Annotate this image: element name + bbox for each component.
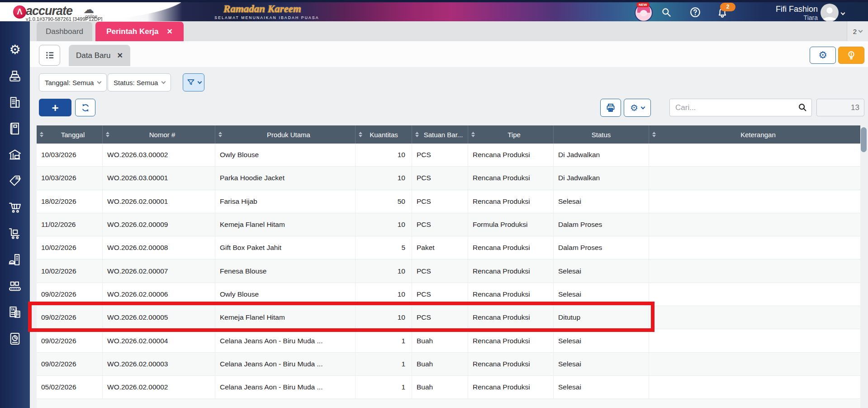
- close-icon[interactable]: ✕: [117, 51, 123, 60]
- column-header-produk[interactable]: Produk Utama: [215, 125, 355, 144]
- cell-nomor: WO.2026.02.00004: [102, 329, 215, 352]
- sidebar-item-settings[interactable]: ⚙: [7, 42, 23, 58]
- view-list-button[interactable]: [39, 45, 60, 66]
- sidebar-item-purchase[interactable]: [7, 199, 23, 216]
- cell-tanggal: 05/02/2026: [37, 376, 102, 398]
- cell-satuan: PCS: [412, 167, 468, 189]
- cell-satuan: PCS: [412, 283, 468, 306]
- cell-keterangan: [649, 167, 860, 189]
- tips-button[interactable]: [838, 47, 864, 64]
- filter-status-dropdown[interactable]: Status: Semua: [108, 73, 171, 91]
- filter-tanggal-dropdown[interactable]: Tanggal: Semua: [39, 73, 107, 91]
- column-header-kuantitas[interactable]: Kuantitas: [355, 125, 412, 144]
- sidebar-item-journal[interactable]: [7, 120, 23, 137]
- search-icon[interactable]: [660, 6, 672, 18]
- table-row[interactable]: 09/02/2026WO.2026.02.00003Celana Jeans A…: [37, 353, 860, 376]
- chevron-down-icon: [197, 80, 202, 84]
- sidebar-item-warehouse[interactable]: [7, 147, 23, 163]
- table-row-partial: [37, 399, 860, 408]
- cash-register-icon: [8, 69, 22, 83]
- sidebar-item-company[interactable]: [7, 94, 23, 110]
- table-row[interactable]: 09/02/2026WO.2026.02.00005Kemeja Flanel …: [37, 306, 860, 329]
- close-icon[interactable]: ✕: [166, 27, 172, 36]
- user-avatar[interactable]: [821, 4, 839, 22]
- tab-perintah-kerja[interactable]: Perintah Kerja ✕: [95, 22, 184, 41]
- chevron-down-icon: [859, 29, 863, 33]
- sort-icon: [218, 132, 222, 137]
- cell-tanggal: 10/02/2026: [37, 259, 102, 282]
- table-row[interactable]: 18/02/2026WO.2026.02.00001Farisa Hijab50…: [37, 190, 860, 213]
- column-label: Nomor #: [109, 131, 215, 139]
- cell-kuantitas: 50: [355, 190, 412, 213]
- ramadan-banner-subtitle: SELAMAT MENUNAIKAN IBADAH PUASA: [213, 15, 321, 20]
- refresh-button[interactable]: [75, 99, 95, 116]
- sidebar-item-cashier[interactable]: [7, 68, 23, 84]
- cell-produk: Celana Jeans Aon - Biru Muda ...: [215, 329, 355, 352]
- cell-tipe: Formula Produksi: [468, 213, 553, 236]
- cell-keterangan: [649, 283, 860, 306]
- search-box: [669, 99, 812, 116]
- table-row[interactable]: 10/02/2026WO.2026.02.00007Fenesa Blouse1…: [37, 259, 860, 283]
- column-header-satuan[interactable]: Satuan Bar...: [412, 125, 468, 144]
- cell-tanggal: 10/03/2026: [37, 144, 102, 166]
- cell-nomor: WO.2026.02.00009: [102, 213, 215, 236]
- user-menu-chevron-icon[interactable]: [841, 11, 845, 15]
- window-count-dropdown[interactable]: 2: [847, 21, 868, 41]
- funnel-icon: [186, 78, 195, 87]
- filter-tanggal-label: Tanggal: Semua: [45, 79, 94, 86]
- sidebar-item-tax[interactable]: TAX: [7, 304, 23, 321]
- table-row[interactable]: 10/03/2026WO.2026.03.00001Parka Hoodie J…: [37, 167, 860, 190]
- table-row[interactable]: 11/02/2026WO.2026.02.00009Kemeja Flanel …: [37, 213, 860, 236]
- cell-produk: Celana Jeans Aon - Biru Muda ...: [215, 353, 355, 375]
- tab-dashboard[interactable]: Dashboard: [37, 22, 92, 41]
- add-button[interactable]: +: [39, 99, 71, 116]
- cell-nomor: WO.2026.02.00006: [102, 283, 215, 306]
- search-icon[interactable]: [797, 102, 807, 112]
- column-header-tipe[interactable]: Tipe: [468, 125, 553, 144]
- column-header-keterangan[interactable]: Keterangan: [649, 125, 860, 144]
- cell-tanggal: 09/02/2026: [37, 283, 102, 306]
- table-header-row: TanggalNomor #Produk UtamaKuantitasSatua…: [37, 125, 860, 144]
- column-header-nomor[interactable]: Nomor #: [102, 125, 215, 144]
- cell-nomor: WO.2026.02.00003: [102, 353, 215, 375]
- table-row[interactable]: 10/02/2026WO.2026.02.00008Gift Box Paket…: [37, 236, 860, 259]
- building-car-icon: [8, 253, 22, 267]
- vertical-scrollbar[interactable]: [861, 127, 867, 152]
- cell-status: Selesai: [553, 259, 649, 282]
- pie-report-icon: [8, 331, 22, 346]
- accurate-logo-icon[interactable]: Λ: [12, 5, 27, 19]
- tab-dashboard-label: Dashboard: [46, 27, 83, 36]
- cell-status: Selesai: [553, 376, 649, 398]
- settings-button[interactable]: ⚙: [810, 47, 836, 64]
- table-row[interactable]: 05/02/2026WO.2026.02.00002Celana Jeans A…: [37, 376, 860, 399]
- sort-icon: [652, 132, 656, 137]
- sidebar-item-sales[interactable]: Rp: [7, 173, 23, 189]
- cell-kuantitas: 10: [355, 213, 412, 236]
- table-row[interactable]: 09/02/2026WO.2026.02.00004Celana Jeans A…: [37, 329, 860, 352]
- cell-nomor: WO.2026.03.00002: [102, 144, 215, 166]
- column-header-status[interactable]: Status: [553, 125, 649, 144]
- sidebar-item-delivery[interactable]: [7, 226, 23, 242]
- sidebar-item-fixed-asset[interactable]: [7, 252, 23, 268]
- cell-satuan: PCS: [412, 190, 468, 213]
- cell-produk: Fenesa Blouse: [215, 259, 355, 282]
- search-input[interactable]: [669, 99, 812, 116]
- table-row[interactable]: 09/02/2026WO.2026.02.00006Owly Blouse10P…: [37, 283, 860, 306]
- cell-status: Di Jadwalkan: [553, 167, 649, 189]
- cell-satuan: PCS: [412, 144, 468, 166]
- sidebar-item-report[interactable]: [7, 331, 23, 347]
- table-row[interactable]: 10/03/2026WO.2026.03.00002Owly Blouse10P…: [37, 144, 860, 167]
- cell-satuan: PCS: [412, 259, 468, 282]
- cell-tanggal: 10/02/2026: [37, 236, 102, 259]
- subtab-data-baru[interactable]: Data Baru ✕: [69, 45, 130, 66]
- print-button[interactable]: [600, 99, 621, 117]
- svg-text:TAX: TAX: [11, 307, 17, 312]
- column-header-tanggal[interactable]: Tanggal: [37, 125, 102, 144]
- sidebar-item-manufacture[interactable]: [7, 278, 23, 294]
- new-badge: NEW: [636, 2, 650, 7]
- help-icon[interactable]: [689, 6, 701, 18]
- table-settings-button[interactable]: ⚙: [624, 99, 651, 117]
- column-label: Satuan Bar...: [419, 131, 468, 139]
- advanced-filter-button[interactable]: [183, 73, 204, 91]
- cell-tipe: Rencana Produksi: [468, 329, 553, 352]
